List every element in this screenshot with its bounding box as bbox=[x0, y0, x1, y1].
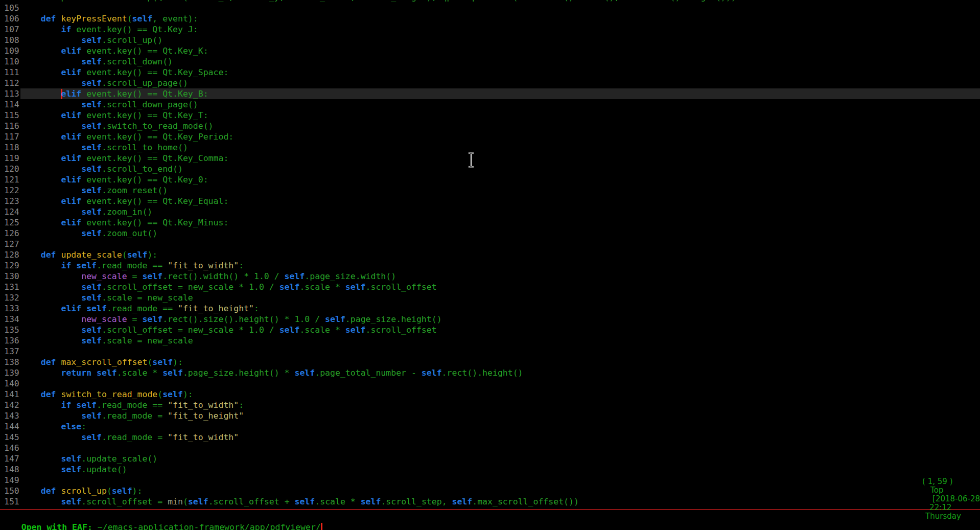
code-text: elif event.key() == Qt.Key_K: bbox=[20, 45, 980, 56]
code-line[interactable]: 137 bbox=[0, 346, 980, 357]
editor-buffer[interactable]: painter.drawPixmap(QRect(render_x, rende… bbox=[0, 0, 980, 508]
code-line[interactable]: 115 elif event.key() == Qt.Key_T: bbox=[0, 110, 980, 121]
code-line[interactable]: 108 self.scroll_up() bbox=[0, 35, 980, 45]
code-text: elif event.key() == Qt.Key_0: bbox=[20, 174, 980, 185]
code-line[interactable]: 129 if self.read_mode == "fit_to_width": bbox=[0, 260, 980, 271]
code-line[interactable]: 130 new_scale = self.rect().width() * 1.… bbox=[0, 271, 980, 282]
line-number: 133 bbox=[0, 303, 20, 314]
code-line[interactable]: 116 self.switch_to_read_mode() bbox=[0, 121, 980, 131]
line-number: 140 bbox=[0, 378, 20, 389]
line-number: 136 bbox=[0, 335, 20, 346]
code-line[interactable]: 124 self.zoom_in() bbox=[0, 206, 980, 217]
code-line[interactable]: 134 new_scale = self.rect().size().heigh… bbox=[0, 314, 980, 325]
code-text: new_scale = self.rect().size().height() … bbox=[20, 314, 980, 325]
code-text bbox=[20, 475, 980, 486]
code-text: self.scroll_offset = new_scale * 1.0 / s… bbox=[20, 325, 980, 335]
line-number: 125 bbox=[0, 217, 20, 228]
code-line[interactable]: 127 bbox=[0, 239, 980, 249]
code-line[interactable]: 146 bbox=[0, 443, 980, 453]
code-line[interactable]: 118 self.scroll_to_home() bbox=[0, 142, 980, 153]
line-number: 151 bbox=[0, 496, 20, 507]
code-text: self.scale = new_scale bbox=[20, 292, 980, 303]
line-number: 149 bbox=[0, 475, 20, 486]
code-text: def keyPressEvent(self, event): bbox=[20, 13, 980, 24]
code-text: self.scroll_down_page() bbox=[20, 99, 980, 110]
code-line[interactable]: 140 bbox=[0, 378, 980, 389]
code-text: if self.read_mode == "fit_to_width": bbox=[20, 400, 980, 410]
code-line[interactable]: 136 self.scale = new_scale bbox=[0, 335, 980, 346]
line-number: 139 bbox=[0, 367, 20, 378]
code-line[interactable]: 145 self.read_mode = "fit_to_width" bbox=[0, 432, 980, 443]
code-text: self.zoom_in() bbox=[20, 206, 980, 217]
code-line[interactable]: 132 self.scale = new_scale bbox=[0, 292, 980, 303]
code-line[interactable]: 148 self.update() bbox=[0, 464, 980, 475]
code-line[interactable]: 141 def switch_to_read_mode(self): bbox=[0, 389, 980, 400]
code-line[interactable]: 122 self.zoom_reset() bbox=[0, 185, 980, 196]
code-text: elif event.key() == Qt.Key_Comma: bbox=[20, 153, 980, 164]
code-line[interactable]: 143 self.read_mode = "fit_to_height" bbox=[0, 410, 980, 421]
minibuffer-cursor bbox=[321, 523, 322, 530]
code-line[interactable]: 133 elif self.read_mode == "fit_to_heigh… bbox=[0, 303, 980, 314]
code-line[interactable]: 111 elif event.key() == Qt.Key_Space: bbox=[0, 67, 980, 78]
code-line[interactable]: 105 bbox=[0, 3, 980, 13]
code-line[interactable]: 107 if event.key() == Qt.Key_J: bbox=[0, 24, 980, 35]
mode-line bbox=[0, 509, 980, 510]
code-line[interactable]: 149 bbox=[0, 475, 980, 486]
code-line[interactable]: 128 def update_scale(self): bbox=[0, 249, 980, 260]
status-time: 22:12 bbox=[929, 503, 951, 512]
code-line[interactable]: 138 def max_scroll_offset(self): bbox=[0, 357, 980, 367]
code-line[interactable]: 123 elif event.key() == Qt.Key_Equal: bbox=[0, 196, 980, 206]
minibuffer-input[interactable]: ~/emacs-application-framework/app/pdfvie… bbox=[98, 522, 321, 530]
line-number: 134 bbox=[0, 314, 20, 325]
code-text: self.read_mode = "fit_to_height" bbox=[20, 410, 980, 421]
line-number: 115 bbox=[0, 110, 20, 121]
code-line[interactable]: 125 elif event.key() == Qt.Key_Minus: bbox=[0, 217, 980, 228]
line-number: 146 bbox=[0, 443, 20, 453]
code-line[interactable]: 139 return self.scale * self.page_size.h… bbox=[0, 367, 980, 378]
code-line[interactable]: 112 self.scroll_up_page() bbox=[0, 78, 980, 88]
line-number: 122 bbox=[0, 185, 20, 196]
code-line[interactable]: 117 elif event.key() == Qt.Key_Period: bbox=[0, 131, 980, 142]
line-number: 108 bbox=[0, 35, 20, 45]
code-text: self.update_scale() bbox=[20, 453, 980, 464]
line-number: 123 bbox=[0, 196, 20, 206]
code-line[interactable]: 151 self.scroll_offset = min(self.scroll… bbox=[0, 496, 980, 507]
code-text: self.zoom_reset() bbox=[20, 185, 980, 196]
code-line[interactable]: 119 elif event.key() == Qt.Key_Comma: bbox=[0, 153, 980, 164]
code-text bbox=[20, 346, 980, 357]
line-number: 138 bbox=[0, 357, 20, 367]
code-text: elif event.key() == Qt.Key_B: bbox=[20, 88, 980, 99]
code-line[interactable]: 114 self.scroll_down_page() bbox=[0, 99, 980, 110]
code-line[interactable]: 142 if self.read_mode == "fit_to_width": bbox=[0, 400, 980, 410]
code-line[interactable]: 131 self.scroll_offset = new_scale * 1.0… bbox=[0, 282, 980, 292]
code-text: self.scroll_to_home() bbox=[20, 142, 980, 153]
line-number: 150 bbox=[0, 486, 20, 496]
line-number: 128 bbox=[0, 249, 20, 260]
line-number: 147 bbox=[0, 453, 20, 464]
code-line[interactable]: 135 self.scroll_offset = new_scale * 1.0… bbox=[0, 325, 980, 335]
code-line[interactable]: 109 elif event.key() == Qt.Key_K: bbox=[0, 45, 980, 56]
code-line[interactable]: 110 self.scroll_down() bbox=[0, 56, 980, 67]
line-number: 120 bbox=[0, 164, 20, 174]
line-number: 129 bbox=[0, 260, 20, 271]
code-text: if event.key() == Qt.Key_J: bbox=[20, 24, 980, 35]
code-line[interactable]: 106 def keyPressEvent(self, event): bbox=[0, 13, 980, 24]
emacs-frame: painter.drawPixmap(QRect(render_x, rende… bbox=[0, 0, 980, 530]
line-number: 127 bbox=[0, 239, 20, 249]
minibuffer-prompt: Open with EAF: bbox=[21, 522, 98, 530]
line-number: 107 bbox=[0, 24, 20, 35]
code-line[interactable]: 121 elif event.key() == Qt.Key_0: bbox=[0, 174, 980, 185]
code-line[interactable]: 113 elif event.key() == Qt.Key_B: bbox=[0, 88, 980, 99]
line-number: 143 bbox=[0, 410, 20, 421]
minibuffer[interactable]: Open with EAF: ~/emacs-application-frame… bbox=[1, 511, 322, 530]
line-number: 126 bbox=[0, 228, 20, 239]
code-line[interactable]: 147 self.update_scale() bbox=[0, 453, 980, 464]
mouse-ibeam-cursor bbox=[468, 152, 475, 170]
line-number: 130 bbox=[0, 271, 20, 282]
code-line[interactable]: 126 self.zoom_out() bbox=[0, 228, 980, 239]
code-text bbox=[20, 443, 980, 453]
code-line[interactable]: 120 self.scroll_to_end() bbox=[0, 164, 980, 174]
code-line[interactable]: 144 else: bbox=[0, 421, 980, 432]
status-date: [2018-06-28] bbox=[932, 495, 980, 503]
code-line[interactable]: 150 def scroll_up(self): bbox=[0, 486, 980, 496]
